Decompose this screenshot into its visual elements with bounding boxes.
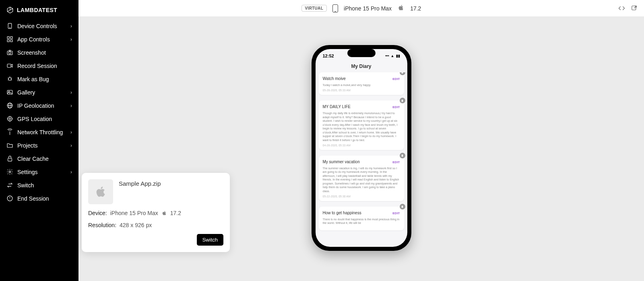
chevron-right-icon: › [70,23,72,29]
switch-app-name: Sample App.zip [119,179,161,187]
sidebar-item-label: Gallery [17,89,35,96]
sidebar-item-label: Network Throttling [17,129,63,135]
brand-text: LAMBDATEST [17,7,57,13]
device-frame: 12:52 ••• ▲ ▮▮ My Diary Watch moive EDIT… [312,45,411,251]
sidebar-item-label: End Session [17,195,49,202]
diary-card-body: There is no doubt that happiness is the … [323,217,400,225]
diary-card-title: How to get happiness [323,211,361,215]
svg-rect-5 [10,40,12,42]
diary-edit-button[interactable]: EDIT [392,77,400,81]
device-value: iPhone 15 Pro Max [110,210,158,216]
diary-edit-button[interactable]: EDIT [392,211,400,215]
sidebar-item-settings[interactable]: Settings› [0,165,78,178]
diary-card-date: 05-28-2020, 05:33 AM [323,89,400,92]
svg-rect-8 [7,64,11,68]
svg-rect-27 [8,158,12,161]
swap-icon [6,182,13,189]
sidebar-item-label: Screenshot [17,49,46,56]
target-icon [6,115,13,122]
diary-edit-button[interactable]: EDIT [392,105,400,109]
phone-icon [6,23,13,29]
sidebar-item-record-session[interactable]: Record Session [0,59,78,72]
diary-card[interactable]: Watch moive EDIT Today I watch a moive,a… [319,72,404,95]
chevron-right-icon: › [70,143,72,148]
status-time: 12:52 [323,53,334,58]
sidebar-item-gallery[interactable]: Gallery› [0,86,78,99]
virtual-badge: VIRTUAL [301,5,327,12]
sidebar-item-screenshot[interactable]: Screenshot [0,46,78,59]
app-thumbnail [88,179,113,204]
device-screen[interactable]: 12:52 ••• ▲ ▮▮ My Diary Watch moive EDIT… [316,49,407,247]
diary-card-date: 04-28-2020, 05:33 AM [323,144,400,147]
svg-rect-2 [7,37,9,39]
sidebar-item-label: Device Controls [17,23,57,29]
antenna-icon [6,129,13,135]
diary-card[interactable]: My summer vacation EDIT The summer vacat… [319,156,404,201]
topbar: VIRTUAL iPhone 15 Pro Max 17.2 [78,0,644,17]
bug-icon [6,76,13,82]
device-label: Device: [88,210,107,216]
svg-rect-3 [10,37,12,39]
sidebar-item-switch[interactable]: Switch [0,178,78,192]
sidebar-item-gps-location[interactable]: GPS Location [0,112,78,125]
video-icon [6,62,13,69]
resolution-label: Resolution: [88,222,116,228]
svg-rect-4 [7,40,9,42]
dynamic-island [347,49,376,57]
sidebar-item-network-throttling[interactable]: Network Throttling› [0,125,78,139]
diary-card[interactable]: MY DAILY LIFE EDIT Though my daily life … [319,101,404,150]
diary-card-title: MY DAILY LIFE [323,105,351,109]
apple-thumb-icon [94,185,107,199]
chevron-right-icon: › [70,90,72,95]
sidebar-item-label: IP Geolocation [17,103,54,109]
apps-icon [6,36,13,43]
sidebar-item-end-session[interactable]: End Session [0,192,78,205]
sidebar-item-label: Clear Cache [17,156,49,162]
sidebar-item-clear-cache[interactable]: Clear Cache [0,152,78,165]
chevron-right-icon: › [70,169,72,175]
sidebar-item-label: Mark as Bug [17,76,49,82]
chevron-right-icon: › [70,103,72,109]
svg-point-20 [8,117,12,121]
sidebar-item-device-controls[interactable]: Device Controls› [0,19,78,33]
diary-edit-button[interactable]: EDIT [392,160,400,164]
diary-card-body: The summer vacation is ing. I will do my… [323,166,400,193]
topbar-os-version: 17.2 [410,5,421,12]
resolution-value: 428 x 926 px [120,222,152,228]
gallery-icon [6,89,13,96]
delete-icon[interactable] [400,204,405,209]
device-canvas: Sample App.zip Device: iPhone 15 Pro Max… [78,17,644,281]
svg-rect-31 [632,6,636,10]
sidebar-item-mark-as-bug[interactable]: Mark as Bug [0,72,78,86]
svg-point-9 [8,78,11,80]
gear-icon [6,168,13,175]
app-screen-title: My Diary [316,63,407,72]
delete-icon[interactable] [400,153,405,158]
sidebar-item-label: Record Session [17,63,57,69]
sidebar-item-label: Settings [17,169,38,175]
chevron-right-icon: › [70,129,72,135]
diary-card[interactable]: How to get happiness EDIT There is no do… [319,207,404,230]
wifi-icon: ▲ [391,54,394,58]
lambdatest-logo-icon [6,6,14,14]
diary-card-date: 05-22-2020, 05:30 AM [323,195,400,198]
diary-card-body: Though my daily life is extremely monoto… [323,111,400,142]
sidebar-item-app-controls[interactable]: App Controls› [0,33,78,46]
brand-logo: LAMBDATEST [0,5,78,19]
external-icon[interactable] [631,5,638,12]
svg-point-28 [9,171,10,172]
diary-card-title: Watch moive [323,76,346,81]
os-value: 17.2 [170,210,181,216]
apple-icon [397,4,405,13]
globe-icon [6,102,13,109]
sidebar-item-projects[interactable]: Projects› [0,139,78,152]
delete-icon[interactable] [400,98,405,103]
delete-icon[interactable] [400,72,405,75]
power-icon [6,195,13,202]
device-outline-icon [332,4,338,12]
code-icon[interactable] [618,5,625,12]
folder-icon [6,142,13,149]
topbar-right [618,5,638,12]
switch-button[interactable]: Switch [197,234,223,246]
sidebar-item-ip-geolocation[interactable]: IP Geolocation› [0,99,78,112]
